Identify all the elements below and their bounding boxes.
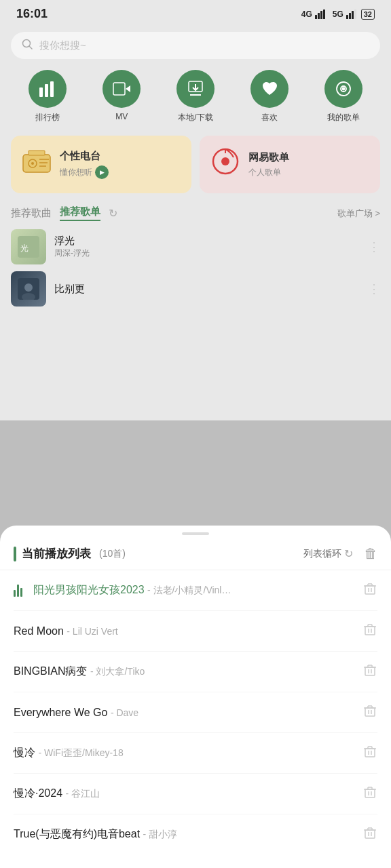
search-icon bbox=[22, 39, 33, 52]
pl-delete-1[interactable] bbox=[362, 581, 377, 599]
nav-like[interactable]: 喜欢 bbox=[250, 70, 288, 123]
svg-rect-2 bbox=[320, 11, 322, 19]
playlist-item-2[interactable]: Red Moon - Lil Uzi Vert bbox=[14, 611, 377, 652]
song-title-1: 浮光 bbox=[54, 235, 360, 248]
radio-icon bbox=[22, 149, 52, 180]
playlist-item-7[interactable]: True(与恶魔有约)电音beat - 甜小淳 bbox=[14, 814, 377, 854]
svg-marker-14 bbox=[126, 85, 130, 92]
song-title-2: 比别更 bbox=[54, 283, 360, 296]
pl-song-artist-6: - 谷江山 bbox=[66, 788, 100, 799]
card-radio[interactable]: 个性电台 懂你想听 ▶ bbox=[11, 136, 191, 193]
pl-delete-6[interactable] bbox=[362, 785, 377, 803]
nav-download[interactable]: 本地/下载 bbox=[176, 70, 215, 123]
pl-delete-7[interactable] bbox=[362, 825, 377, 844]
signal-bars-4g bbox=[315, 9, 327, 19]
mylist-label: 我的歌单 bbox=[327, 112, 360, 123]
svg-rect-43 bbox=[365, 627, 375, 635]
sheet-count: (10首) bbox=[99, 548, 126, 560]
song-thumb-1: 光 bbox=[11, 229, 46, 264]
svg-text:光: 光 bbox=[20, 243, 29, 253]
trash-icon[interactable]: 🗑 bbox=[364, 546, 377, 561]
main-content: 搜你想搜~ 排行榜 MV bbox=[0, 32, 391, 307]
card-netease-text: 网易歌单 个人歌单 bbox=[248, 151, 289, 178]
pl-delete-5[interactable] bbox=[362, 744, 377, 762]
feature-cards: 个性电台 懂你想听 ▶ 网易歌单 个人歌单 bbox=[11, 136, 380, 193]
svg-rect-5 bbox=[349, 13, 351, 19]
card-radio-title: 个性电台 bbox=[60, 150, 109, 163]
svg-rect-1 bbox=[318, 13, 320, 19]
tab-right[interactable]: 歌单广场 > bbox=[337, 208, 380, 220]
mylist-icon bbox=[324, 70, 362, 108]
playlist-item-1[interactable]: 阳光男孩阳光女孩2023 - 法老/小精灵/Vinl… bbox=[14, 570, 377, 611]
playing-bars bbox=[14, 585, 22, 597]
sheet-title: 当前播放列表 bbox=[22, 546, 91, 561]
sheet-header: 当前播放列表 (10首) 列表循环 ↻ 🗑 bbox=[0, 546, 391, 570]
status-icons: 4G 5G 32 bbox=[301, 9, 375, 20]
netease-icon bbox=[210, 146, 240, 182]
pl-song-title-7: True(与恶魔有约)电音beat - 甜小淳 bbox=[14, 827, 356, 842]
pl-song-title-5: 慢冷 - WiFi歪歪/Mikey-18 bbox=[14, 746, 356, 760]
sheet-title-bar: 当前播放列表 (10首) bbox=[14, 546, 303, 561]
nav-rank[interactable]: 排行榜 bbox=[29, 70, 67, 123]
svg-point-23 bbox=[31, 162, 34, 165]
download-label: 本地/下载 bbox=[178, 112, 212, 123]
sheet-actions: 列表循环 ↻ 🗑 bbox=[303, 546, 377, 561]
tabs-row: 推荐歌曲 推荐歌单 ↻ 歌单广场 > bbox=[11, 205, 380, 221]
pl-delete-4[interactable] bbox=[362, 703, 377, 722]
svg-point-20 bbox=[342, 88, 344, 90]
playlist-items: 阳光男孩阳光女孩2023 - 法老/小精灵/Vinl… Red Moon bbox=[0, 570, 391, 854]
tab-recommend-songs[interactable]: 推荐歌曲 bbox=[11, 207, 52, 220]
signal-5g-icon: 5G bbox=[333, 9, 343, 19]
pl-delete-2[interactable] bbox=[362, 622, 377, 640]
playlist-item-3[interactable]: BINGBIAN病变 - 刘大拿/Tiko bbox=[14, 652, 377, 692]
mv-icon bbox=[103, 70, 141, 108]
more-icon-1[interactable]: ⋮ bbox=[368, 239, 380, 254]
mv-label: MV bbox=[115, 112, 128, 121]
svg-rect-64 bbox=[365, 749, 375, 757]
svg-rect-11 bbox=[45, 84, 48, 97]
pl-song-artist-4: - Dave bbox=[111, 707, 138, 718]
pl-delete-3[interactable] bbox=[362, 663, 377, 681]
signal-bars-5g bbox=[346, 9, 358, 19]
svg-line-9 bbox=[29, 46, 32, 49]
pl-song-title-3: BINGBIAN病变 - 刘大拿/Tiko bbox=[14, 665, 356, 679]
refresh-icon[interactable]: ↻ bbox=[109, 207, 117, 220]
svg-rect-0 bbox=[315, 15, 317, 19]
nav-mv[interactable]: MV bbox=[103, 70, 141, 123]
song-artist-1: 周深-浮光 bbox=[54, 248, 360, 259]
signal-4g-icon: 4G bbox=[301, 9, 312, 19]
sheet-handle bbox=[182, 532, 209, 535]
svg-point-29 bbox=[221, 157, 229, 165]
song-item-1[interactable]: 光 浮光 周深-浮光 ⋮ bbox=[11, 229, 380, 264]
song-item-2[interactable]: 比别更 ⋮ bbox=[11, 271, 380, 307]
like-label: 喜欢 bbox=[261, 112, 278, 123]
playlist-item-4[interactable]: Everywhere We Go - Dave bbox=[14, 692, 377, 733]
card-netease[interactable]: 网易歌单 个人歌单 bbox=[200, 136, 380, 193]
card-netease-title: 网易歌单 bbox=[248, 151, 289, 164]
svg-rect-36 bbox=[365, 586, 375, 594]
svg-rect-50 bbox=[365, 667, 375, 675]
search-bar[interactable]: 搜你想搜~ bbox=[11, 32, 380, 59]
nav-mylist[interactable]: 我的歌单 bbox=[324, 70, 362, 123]
song-thumb-2 bbox=[11, 271, 46, 307]
svg-rect-7 bbox=[354, 9, 356, 19]
status-bar: 16:01 4G 5G 32 bbox=[0, 0, 391, 25]
radio-play-btn[interactable]: ▶ bbox=[95, 165, 109, 179]
like-icon bbox=[250, 70, 288, 108]
battery-icon: 32 bbox=[361, 9, 375, 20]
svg-rect-6 bbox=[352, 11, 354, 19]
playlist-item-5[interactable]: 慢冷 - WiFi歪歪/Mikey-18 bbox=[14, 733, 377, 774]
svg-point-34 bbox=[24, 283, 33, 292]
pl-song-artist-5: - WiFi歪歪/Mikey-18 bbox=[38, 747, 123, 758]
loop-button[interactable]: 列表循环 ↻ bbox=[303, 547, 353, 560]
status-time: 16:01 bbox=[16, 7, 48, 21]
pl-song-title-4: Everywhere We Go - Dave bbox=[14, 707, 356, 719]
svg-rect-78 bbox=[365, 830, 375, 838]
pl-song-artist-2: - Lil Uzi Vert bbox=[67, 626, 117, 637]
bottom-sheet: 当前播放列表 (10首) 列表循环 ↻ 🗑 阳光男孩阳光女孩2023 - 法老/… bbox=[0, 526, 391, 868]
pl-song-artist-1: - 法老/小精灵/Vinl… bbox=[147, 585, 231, 595]
tab-recommend-list[interactable]: 推荐歌单 bbox=[60, 205, 100, 221]
more-icon-2[interactable]: ⋮ bbox=[368, 281, 380, 296]
playlist-item-6[interactable]: 慢冷·2024 - 谷江山 bbox=[14, 774, 377, 814]
pl-song-artist-3: - 刘大拿/Tiko bbox=[90, 666, 145, 677]
